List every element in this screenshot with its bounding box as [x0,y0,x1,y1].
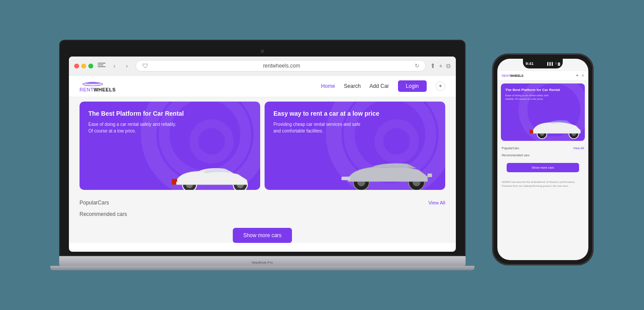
iphone-notch: 9:41 ▌▌▌ ⌇ ▓ [523,59,563,68]
website-content: RENTWHEELS Home Search Add Car Login ✦ [69,76,456,243]
iphone-status-bar: ▌▌▌ ⌇ ▓ [547,62,560,65]
iphone-banner-car [527,113,585,141]
logo-text: RENTWHEELS [80,87,116,92]
forward-button[interactable]: › [122,61,131,70]
show-more-button[interactable]: Show more cars [233,228,292,243]
iphone-banner-subtitle: Ease of doing a car rental safely and re… [505,94,549,101]
new-tab-icon[interactable]: + [439,62,443,69]
iphone-device: 9:41 ▌▌▌ ⌇ ▓ RENTWHEELS ✦ ≡ [492,53,594,265]
banner-2-car [339,150,441,190]
site-logo: RENTWHEELS [80,80,116,92]
popular-cars-label: PopularCars [80,200,109,206]
browser-window: ‹ › 🛡 rentwheels.com ↻ ⬆ + ⧉ [69,57,456,252]
iphone-navbar: RENTWHEELS ✦ ≡ [497,71,588,80]
tabs-icon[interactable]: ⧉ [446,62,451,70]
iphone-popular-section: PopularCars View All [497,144,588,152]
sidebar-toggle-icon[interactable] [98,63,106,69]
banner-1-subtitle: Ease of doing a car rental safely and re… [88,121,177,134]
refresh-icon[interactable]: ↻ [415,63,419,69]
share-icon[interactable]: ⬆ [430,62,436,69]
macbook-model-label: MacBook Pro [252,261,273,265]
battery-icon: ▓ [558,62,560,65]
wifi-icon: ⌇ [555,62,557,65]
iphone-screen: RENTWHEELS ✦ ≡ The Best Platform for Car… [497,59,588,260]
signal-icon: ▌▌▌ [547,62,554,65]
iphone-view-all[interactable]: View All [573,147,584,150]
nav-search[interactable]: Search [344,83,361,89]
recommended-label: Recommended cars [69,208,456,219]
iphone-logo: RENTWHEELS [502,74,523,77]
login-button[interactable]: Login [398,80,427,92]
hero-section: The Best Platform for Car Rental Ease of… [69,97,456,194]
maximize-button[interactable] [88,64,93,68]
iphone-show-more-button[interactable]: Show more cars [507,163,580,172]
iphone-popular-label: PopularCars [502,147,519,150]
macbook-bezel: ‹ › 🛡 rentwheels.com ↻ ⬆ + ⧉ [59,40,466,256]
nav-home[interactable]: Home [321,83,335,89]
minimize-button[interactable] [81,64,86,68]
browser-actions: ⬆ + ⧉ [430,62,451,70]
svg-rect-10 [341,177,350,180]
iphone-bottom-text: NISMO has become the embodiment of Nissa… [497,177,588,192]
macbook-device: ‹ › 🛡 rentwheels.com ↻ ⬆ + ⧉ [50,40,474,270]
iphone-theme-icon[interactable]: ✦ [576,73,579,78]
banner-2-title: Easy way to rent a car at a low price [273,110,436,117]
banner-1: The Best Platform for Car Rental Ease of… [80,102,260,190]
iphone-banner-title: The Best Platform for Car Rental [505,88,580,92]
popular-cars-header: PopularCars View All [69,194,456,208]
iphone-body: 9:41 ▌▌▌ ⌇ ▓ RENTWHEELS ✦ ≡ [492,53,594,265]
address-bar[interactable]: 🛡 rentwheels.com ↻ [136,60,426,72]
iphone-banner: The Best Platform for Car Rental Ease of… [501,83,585,141]
svg-rect-9 [428,174,432,177]
iphone-recommended-label: Recommended cars [497,152,588,159]
banner-1-car [167,155,256,190]
view-all-link[interactable]: View All [428,200,445,205]
nav-links: Home Search Add Car Login ✦ [321,80,445,92]
iphone-website-content: RENTWHEELS ✦ ≡ The Best Platform for Car… [497,59,588,260]
macbook-bottom-bar: MacBook Pro [59,256,466,266]
security-icon: 🛡 [142,62,148,69]
url-text: rentwheels.com [263,63,300,69]
site-navbar: RENTWHEELS Home Search Add Car Login ✦ [69,76,456,97]
theme-toggle-button[interactable]: ✦ [436,81,445,91]
iphone-menu-icon[interactable]: ≡ [582,73,584,78]
window-controls [74,64,93,68]
back-button[interactable]: ‹ [110,61,119,70]
banner-1-title: The Best Platform for Car Rental [88,110,251,117]
browser-toolbar: ‹ › 🛡 rentwheels.com ↻ ⬆ + ⧉ [69,57,456,76]
nav-add-car[interactable]: Add Car [370,83,389,89]
macbook-camera [261,49,264,53]
macbook-base [50,266,474,270]
browser-nav: ‹ › [110,61,131,70]
banner-2: Easy way to rent a car at a low price Pr… [265,102,445,190]
banner-2-subtitle: Providing cheap car rental services and … [273,121,362,134]
iphone-time: 9:41 [526,61,534,66]
iphone-nav-icons: ✦ ≡ [576,73,584,78]
logo-car-graphic [80,80,106,87]
close-button[interactable] [74,64,79,68]
